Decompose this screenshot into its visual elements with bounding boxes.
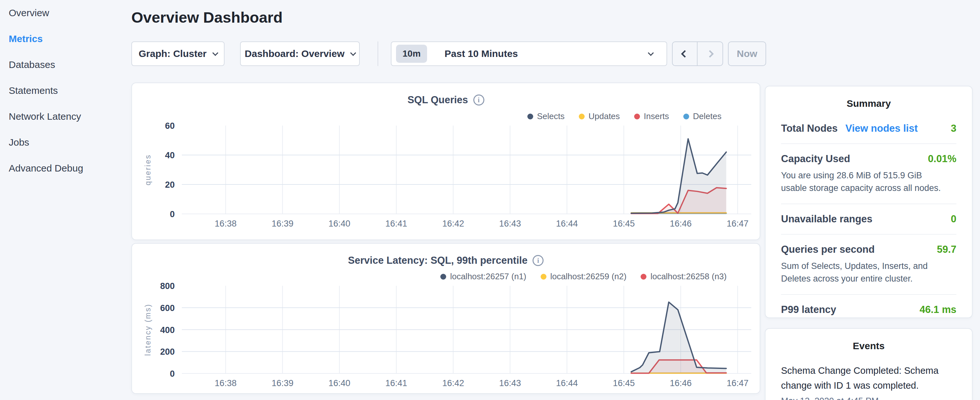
x-tick-label: 16:40 [328, 378, 350, 388]
event-item-timestamp: May 13, 2020 at 4:45 PM [781, 396, 956, 400]
sidebar-item-advanced-debug[interactable]: Advanced Debug [9, 155, 131, 181]
summary-heading: Summary [781, 98, 956, 109]
chevron-right-icon [706, 50, 714, 57]
unavailable-ranges-value: 0 [951, 213, 956, 225]
sidebar-item-overview[interactable]: Overview [9, 0, 131, 26]
summary-row-unavailable-ranges: Unavailable ranges 0 [781, 204, 956, 234]
page-title: Overview Dashboard [131, 8, 283, 27]
legend-dot-icon [541, 274, 546, 280]
y-tick-label: 400 [160, 325, 175, 335]
y-tick-label: 40 [165, 150, 175, 160]
legend-item[interactable]: localhost:26258 (n3) [641, 271, 727, 282]
legend-label: Deletes [693, 112, 721, 121]
toolbar: Graph: Cluster Dashboard: Overview 10m P… [131, 41, 766, 66]
legend-item[interactable]: Selects [527, 112, 565, 121]
x-tick-label: 16:43 [499, 219, 521, 228]
legend-label: Selects [537, 112, 565, 121]
graph-dropdown[interactable]: Graph: Cluster [131, 41, 224, 66]
x-tick-label: 16:42 [442, 378, 464, 388]
info-icon[interactable]: i [473, 94, 484, 105]
legend-dot-icon [579, 113, 585, 120]
summary-row-p99: P99 latency 46.1 ms [781, 295, 956, 318]
info-icon[interactable]: i [533, 255, 544, 266]
toolbar-divider [377, 41, 378, 66]
prev-time-button[interactable] [673, 42, 698, 65]
x-tick-label: 16:41 [385, 378, 407, 388]
chevron-down-icon [350, 50, 356, 56]
legend-item[interactable]: Updates [579, 112, 620, 121]
x-tick-label: 16:46 [670, 219, 692, 228]
legend-item[interactable]: localhost:26257 (n1) [440, 271, 527, 282]
legend-label: Inserts [644, 112, 669, 121]
legend-label: localhost:26259 (n2) [550, 271, 627, 282]
legend-item[interactable]: Inserts [634, 112, 669, 121]
summary-panel: Summary Total Nodes View nodes list 3 Ca… [765, 86, 972, 318]
sidebar-item-network-latency[interactable]: Network Latency [9, 104, 131, 129]
y-tick-label: 60 [165, 121, 175, 131]
time-pager [672, 41, 723, 66]
y-tick-label: 600 [160, 303, 175, 313]
y-tick-label: 800 [160, 281, 175, 291]
legend-item[interactable]: localhost:26259 (n2) [541, 271, 627, 282]
x-tick-label: 16:47 [727, 219, 749, 228]
sidebar: Overview Metrics Databases Statements Ne… [0, 0, 131, 181]
sidebar-item-statements[interactable]: Statements [9, 78, 131, 104]
y-tick-label: 20 [165, 180, 175, 190]
y-axis-label: queries [144, 154, 152, 185]
x-tick-label: 16:44 [556, 378, 578, 388]
x-tick-label: 16:43 [499, 378, 521, 388]
summary-row-qps: Queries per second 59.7 Sum of Selects, … [781, 234, 956, 295]
chevron-down-icon [648, 50, 654, 56]
next-time-button[interactable] [698, 42, 722, 65]
sidebar-item-metrics[interactable]: Metrics [9, 26, 131, 52]
sidebar-item-databases[interactable]: Databases [9, 52, 131, 78]
y-tick-label: 0 [170, 209, 175, 219]
legend-item[interactable]: Deletes [683, 112, 721, 121]
legend-dot-icon [527, 113, 533, 120]
chart-legend: SelectsUpdatesInsertsDeletes [527, 112, 721, 121]
p99-latency-value: 46.1 ms [920, 304, 956, 316]
x-tick-label: 16:39 [272, 219, 293, 228]
legend-dot-icon [641, 274, 646, 280]
x-tick-label: 16:42 [442, 219, 464, 228]
now-button[interactable]: Now [728, 41, 766, 66]
summary-row-total-nodes: Total Nodes View nodes list 3 [781, 113, 956, 144]
time-range-label: Past 10 Minutes [445, 48, 518, 59]
dashboard-dropdown-label: Dashboard: Overview [245, 48, 344, 59]
time-range-badge: 10m [396, 45, 427, 63]
x-tick-label: 16:38 [215, 219, 237, 228]
total-nodes-value: 3 [951, 123, 956, 134]
legend-dot-icon [683, 113, 689, 120]
legend-label: localhost:26257 (n1) [450, 271, 527, 282]
x-tick-label: 16:44 [556, 219, 578, 228]
event-item-text[interactable]: Schema Change Completed: Schema change w… [781, 363, 943, 393]
graph-dropdown-label: Graph: Cluster [138, 48, 207, 59]
view-nodes-list-link[interactable]: View nodes list [845, 123, 918, 134]
x-tick-label: 16:40 [328, 219, 350, 228]
time-range-dropdown[interactable]: 10m Past 10 Minutes [391, 41, 667, 66]
legend-dot-icon [634, 113, 640, 120]
chevron-down-icon [212, 50, 218, 56]
legend-label: localhost:26258 (n3) [650, 271, 727, 282]
dashboard-dropdown[interactable]: Dashboard: Overview [240, 41, 360, 66]
x-tick-label: 16:45 [613, 378, 635, 388]
summary-row-capacity: Capacity Used 0.01% You are using 28.6 M… [781, 144, 956, 204]
queries-per-second-description: Sum of Selects, Updates, Inserts, and De… [781, 260, 949, 285]
legend-dot-icon [440, 274, 446, 280]
x-tick-label: 16:47 [727, 378, 749, 388]
service-latency-chart[interactable]: 16:3816:3916:4016:4116:4216:4316:4416:45… [132, 286, 761, 388]
service-latency-chart-card: Service Latency: SQL, 99th percentile i … [131, 243, 760, 394]
chevron-left-icon [681, 50, 689, 57]
total-nodes-label: Total Nodes [781, 123, 838, 134]
sidebar-item-jobs[interactable]: Jobs [9, 129, 131, 155]
capacity-used-value: 0.01% [928, 153, 956, 165]
x-tick-label: 16:45 [613, 219, 635, 228]
sql-queries-chart[interactable]: 16:3816:3916:4016:4116:4216:4316:4416:45… [132, 126, 761, 228]
events-panel: Events Schema Change Completed: Schema c… [765, 328, 972, 400]
y-axis-label: latency (ms) [144, 304, 152, 356]
queries-per-second-label: Queries per second [781, 244, 875, 255]
y-tick-label: 0 [170, 369, 175, 379]
chart-legend: localhost:26257 (n1)localhost:26259 (n2)… [440, 271, 727, 282]
unavailable-ranges-label: Unavailable ranges [781, 213, 873, 225]
legend-label: Updates [589, 112, 620, 121]
